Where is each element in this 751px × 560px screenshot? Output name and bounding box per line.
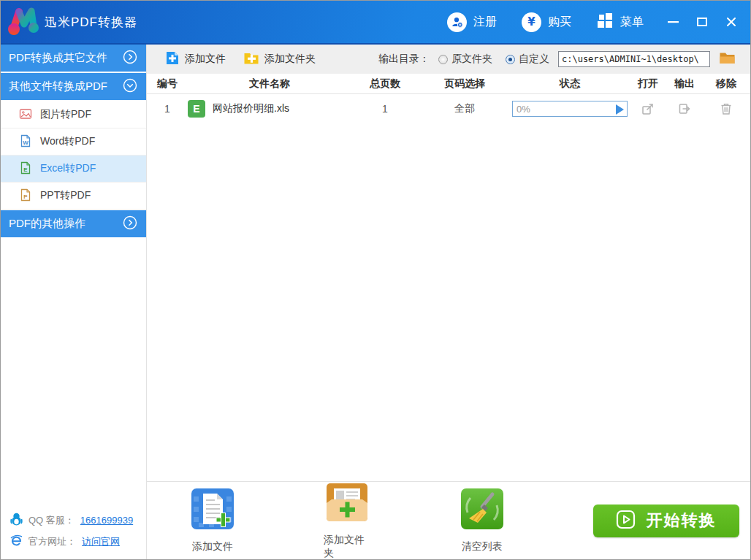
sidebar-group-pdf-to-other[interactable]: PDF转换成其它文件 bbox=[1, 45, 146, 72]
output-file-icon[interactable] bbox=[667, 102, 702, 115]
table-row: 1 E 网站报价明细.xls 1 全部 0% bbox=[147, 94, 750, 123]
official-site-link[interactable]: 访问官网 bbox=[82, 535, 120, 548]
file-list-empty-area bbox=[147, 123, 750, 481]
add-folder-label: 添加文件夹 bbox=[264, 53, 316, 66]
sidebar-item-word-to-pdf[interactable]: W Word转PDF bbox=[1, 129, 146, 156]
titlebar: 迅米PDF转换器 注册 ¥ 购买 bbox=[1, 1, 750, 45]
progress-value: 0% bbox=[516, 104, 530, 115]
excel-doc-icon: E bbox=[19, 161, 32, 177]
clear-list-broom-icon bbox=[460, 488, 504, 533]
buy-button[interactable]: ¥ 购买 bbox=[522, 12, 571, 32]
radio-custom-label: 自定义 bbox=[519, 53, 549, 66]
official-site-label: 官方网址： bbox=[28, 535, 76, 548]
col-header-open: 打开 bbox=[629, 77, 667, 91]
footer-add-file-button[interactable]: 添加文件 bbox=[191, 488, 235, 553]
register-user-icon bbox=[447, 12, 467, 32]
col-header-no: 编号 bbox=[147, 77, 188, 91]
col-header-filename: 文件名称 bbox=[188, 77, 351, 91]
svg-text:P: P bbox=[23, 193, 28, 199]
svg-text:W: W bbox=[23, 139, 28, 145]
add-folder-large-icon bbox=[325, 481, 369, 526]
total-pages: 1 bbox=[351, 103, 419, 115]
maximize-button[interactable] bbox=[690, 11, 714, 33]
app-title: 迅米PDF转换器 bbox=[45, 14, 137, 31]
footer-add-folder-button[interactable]: 添加文件夹 bbox=[324, 481, 371, 560]
start-convert-label: 开始转换 bbox=[646, 510, 716, 532]
radio-original-folder[interactable]: 原文件夹 bbox=[438, 53, 492, 66]
footer-clear-list-button[interactable]: 清空列表 bbox=[460, 488, 504, 553]
register-button[interactable]: 注册 bbox=[447, 12, 497, 32]
footer-add-folder-label: 添加文件夹 bbox=[324, 534, 371, 560]
output-dir-group: 输出目录： 原文件夹 自定义 bbox=[378, 51, 736, 68]
radio-original-label: 原文件夹 bbox=[451, 53, 492, 66]
output-path-input[interactable] bbox=[558, 51, 710, 67]
sidebar-group-other-to-pdf[interactable]: 其他文件转换成PDF bbox=[1, 73, 146, 100]
sidebar-item-ppt-to-pdf[interactable]: P PPT转PDF bbox=[1, 183, 146, 210]
item-label: Excel转PDF bbox=[40, 162, 96, 175]
add-file-button[interactable]: 添加文件 bbox=[165, 50, 226, 68]
toolbar: 添加文件 添加文件夹 输出目录： bbox=[147, 45, 750, 74]
item-label: Word转PDF bbox=[40, 135, 95, 148]
start-play-icon bbox=[616, 510, 636, 532]
ppt-doc-icon: P bbox=[19, 188, 32, 204]
content-area: 添加文件 添加文件夹 输出目录： bbox=[147, 45, 750, 559]
progress-bar: 0% bbox=[512, 101, 628, 117]
footer-clear-list-label: 清空列表 bbox=[462, 540, 503, 553]
chevron-right-circle-icon bbox=[123, 50, 137, 66]
item-label: 图片转PDF bbox=[40, 108, 91, 121]
qq-penguin-icon bbox=[10, 513, 23, 528]
svg-text:E: E bbox=[23, 166, 28, 172]
window-controls bbox=[661, 11, 743, 33]
table-header: 编号 文件名称 总页数 页码选择 状态 打开 输出 移除 bbox=[147, 74, 750, 94]
footer-bar: 添加文件 bbox=[147, 481, 750, 559]
word-doc-icon: W bbox=[19, 134, 32, 150]
file-cell: E 网站报价明细.xls bbox=[188, 100, 351, 118]
item-label: PPT转PDF bbox=[40, 189, 91, 202]
add-file-icon bbox=[165, 50, 180, 68]
menu-button[interactable]: 菜单 bbox=[596, 12, 644, 32]
radio-original-circle[interactable] bbox=[438, 55, 448, 64]
radio-custom[interactable]: 自定义 bbox=[506, 53, 549, 66]
add-folder-button[interactable]: 添加文件夹 bbox=[243, 51, 316, 67]
qq-number-link[interactable]: 1661699939 bbox=[80, 515, 133, 526]
group-label: PDF转换成其它文件 bbox=[9, 51, 123, 65]
add-file-label: 添加文件 bbox=[185, 53, 226, 66]
sidebar-group-pdf-other-ops[interactable]: PDF的其他操作 bbox=[1, 210, 146, 237]
col-header-pages: 总页数 bbox=[351, 77, 419, 91]
register-label: 注册 bbox=[473, 15, 497, 30]
buy-label: 购买 bbox=[548, 15, 571, 30]
status-cell: 0% bbox=[511, 101, 629, 117]
row-number: 1 bbox=[147, 103, 188, 115]
sidebar-footer: QQ 客服： 1661699939 官方网址： 访问官网 bbox=[1, 506, 146, 559]
remove-file-icon[interactable] bbox=[702, 102, 750, 115]
browse-folder-icon[interactable] bbox=[719, 51, 736, 68]
sidebar-item-excel-to-pdf[interactable]: E Excel转PDF bbox=[1, 156, 146, 183]
image-icon bbox=[19, 107, 32, 123]
row-play-icon[interactable] bbox=[616, 104, 624, 115]
col-header-remove: 移除 bbox=[702, 77, 750, 91]
open-file-icon[interactable] bbox=[629, 102, 667, 115]
app-logo-icon bbox=[7, 6, 42, 38]
footer-add-file-label: 添加文件 bbox=[192, 540, 233, 553]
col-header-output: 输出 bbox=[667, 77, 702, 91]
buy-yuan-icon: ¥ bbox=[522, 12, 541, 32]
app-window: 迅米PDF转换器 注册 ¥ 购买 bbox=[0, 0, 751, 560]
add-file-large-icon bbox=[191, 488, 235, 533]
yuan-symbol: ¥ bbox=[527, 15, 535, 28]
minimize-button[interactable] bbox=[661, 11, 685, 33]
page-range[interactable]: 全部 bbox=[419, 102, 511, 115]
ie-browser-icon bbox=[10, 534, 23, 549]
start-convert-button[interactable]: 开始转换 bbox=[593, 505, 739, 537]
excel-file-badge: E bbox=[188, 100, 205, 118]
col-header-status: 状态 bbox=[511, 77, 629, 91]
qq-service-label: QQ 客服： bbox=[28, 514, 75, 527]
chevron-right-circle-icon bbox=[123, 215, 137, 232]
group-label: 其他文件转换成PDF bbox=[9, 80, 123, 93]
menu-label: 菜单 bbox=[620, 15, 644, 30]
radio-custom-circle[interactable] bbox=[506, 55, 515, 64]
output-dir-label: 输出目录： bbox=[378, 53, 430, 66]
sidebar-item-image-to-pdf[interactable]: 图片转PDF bbox=[1, 101, 146, 129]
close-button[interactable] bbox=[720, 11, 743, 33]
col-header-pagerange: 页码选择 bbox=[419, 77, 511, 91]
sidebar: PDF转换成其它文件 其他文件转换成PDF bbox=[1, 45, 147, 559]
